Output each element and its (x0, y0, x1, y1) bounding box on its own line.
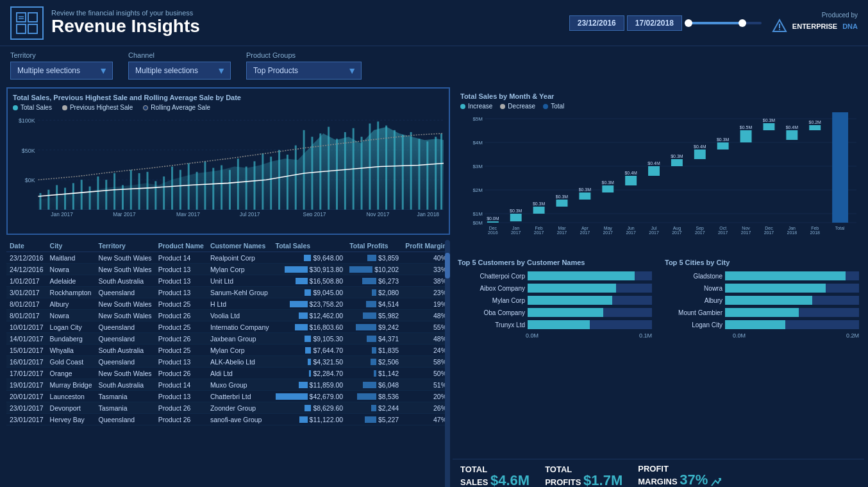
total-profits-stat-label: TOTAL (545, 465, 572, 474)
table-row: 3/01/2017 Rockhampton Queensland Product… (6, 287, 450, 298)
cell-date: 14/01/2017 (6, 333, 47, 345)
customer-bar-track (528, 308, 652, 317)
cell-customer: Realpoint Corp (207, 252, 272, 264)
cell-customer: Mylan Corp (207, 345, 272, 356)
col-city: City (47, 240, 96, 252)
cell-margin: 38% (402, 275, 450, 287)
date-slider[interactable] (685, 22, 762, 24)
cell-product: Product 13 (155, 264, 207, 275)
customers-axis: 0.0M 0.1M (458, 332, 652, 339)
svg-text:2017: 2017 (557, 230, 567, 235)
prev-high-dot (62, 105, 67, 110)
profit-bar (366, 301, 376, 307)
decrease-dot (500, 104, 505, 109)
svg-rect-3 (28, 24, 37, 33)
svg-rect-109 (763, 123, 774, 130)
cell-margin: 20% (402, 391, 450, 402)
product-groups-filter: Product Groups Top Products ▼ (246, 51, 362, 80)
cell-sales: $23,758.20 (272, 298, 347, 310)
table-row: 23/12/2016 Maitland New South Wales Prod… (6, 252, 450, 264)
svg-text:$0.0M: $0.0M (487, 216, 499, 221)
cell-date: 24/12/2016 (6, 264, 47, 275)
city-bar-track (725, 308, 859, 317)
col-customer: Customer Names (207, 240, 272, 252)
header-right: 23/12/2016 17/02/2018 Produced by ENTERP… (569, 12, 858, 34)
svg-rect-17 (47, 190, 49, 210)
profit-margins-stat-label2: MARGINS 37% (638, 473, 722, 487)
customer-bar-track (528, 284, 652, 293)
date-end[interactable]: 17/02/2018 (627, 15, 682, 31)
cell-territory: South Australia (96, 275, 155, 287)
svg-text:Feb: Feb (811, 226, 819, 230)
city-bar-row: Gladstone (665, 271, 859, 280)
svg-text:2017: 2017 (511, 230, 521, 235)
svg-text:Jan: Jan (789, 226, 796, 230)
cell-city: Adelaide (47, 275, 96, 287)
customer-label: Oba Company (458, 309, 525, 316)
svg-rect-22 (89, 187, 91, 210)
total-sales-value: $4.6M (490, 472, 530, 487)
cell-sales: $2,284.70 (272, 368, 347, 379)
svg-text:Mar 2017: Mar 2017 (113, 211, 136, 216)
svg-rect-45 (278, 150, 280, 210)
svg-text:Total: Total (835, 226, 845, 230)
product-groups-label: Product Groups (246, 51, 362, 59)
svg-text:2017: 2017 (534, 230, 544, 235)
customer-bar-row: Oba Company (458, 308, 652, 317)
table-row: 10/01/2017 Logan City Queensland Product… (6, 321, 450, 333)
cell-territory: Queensland (96, 287, 155, 298)
svg-rect-29 (147, 172, 149, 210)
cell-sales: $16,508.80 (272, 275, 347, 287)
scrollbar-thumb[interactable] (445, 253, 450, 278)
svg-rect-111 (786, 130, 797, 140)
date-start[interactable]: 23/12/2016 (569, 15, 624, 31)
svg-text:2017: 2017 (695, 230, 705, 235)
profit-bar (365, 416, 376, 423)
total-dot (543, 104, 548, 109)
customer-label: Mylan Corp (458, 297, 525, 304)
city-label: Gladstone (665, 273, 722, 280)
svg-rect-21 (81, 180, 83, 209)
svg-rect-49 (311, 137, 313, 210)
svg-point-8 (779, 29, 780, 30)
svg-text:$0.4M: $0.4M (694, 144, 706, 149)
waterfall-panel: Total Sales by Month & Year Increase Dec… (455, 87, 862, 251)
increase-dot (460, 104, 465, 109)
sales-bar (276, 393, 308, 400)
cell-territory: New South Wales (96, 252, 155, 264)
svg-rect-25 (113, 173, 115, 210)
customers-axis-0: 0.0M (526, 332, 538, 339)
channel-select[interactable]: Multiple selections (128, 62, 231, 80)
cell-city: Nowra (47, 264, 96, 275)
svg-rect-18 (56, 185, 58, 209)
profit-bar (357, 393, 376, 400)
svg-rect-56 (369, 123, 371, 209)
svg-text:$3M: $3M (472, 164, 482, 169)
territory-select[interactable]: Multiple selections (10, 62, 113, 80)
cell-date: 15/01/2017 (6, 345, 47, 356)
svg-rect-95 (602, 185, 613, 192)
cell-sales: $4,321.50 (272, 356, 347, 368)
svg-rect-31 (163, 176, 165, 210)
svg-text:Nov 2017: Nov 2017 (366, 211, 389, 216)
table-scrollbar[interactable] (445, 240, 450, 487)
legend-rolling-avg: Rolling Average Sale (143, 104, 210, 111)
product-groups-select[interactable]: Top Products (246, 62, 362, 80)
table-panel: Date City Territory Product Name Custome… (6, 240, 450, 487)
waterfall-title: Total Sales by Month & Year (460, 92, 856, 100)
cell-product: Product 25 (155, 321, 207, 333)
app-icon (10, 6, 44, 40)
cell-customer: Zoonder Group (207, 402, 272, 414)
cell-margin: 48% (402, 333, 450, 345)
table-row: 14/01/2017 Bundaberg Queensland Product … (6, 333, 450, 345)
svg-rect-51 (328, 127, 330, 210)
header: Review the financial insights of your bu… (0, 0, 868, 46)
cell-territory: Queensland (96, 356, 155, 368)
sales-bar (305, 405, 311, 411)
channel-filter: Channel Multiple selections ▼ (128, 51, 231, 80)
cell-product: Product 25 (155, 345, 207, 356)
svg-text:2016: 2016 (488, 230, 498, 235)
cell-margin: 48% (402, 310, 450, 321)
city-bar-fill (725, 271, 846, 280)
cell-customer: H Ltd (207, 298, 272, 310)
